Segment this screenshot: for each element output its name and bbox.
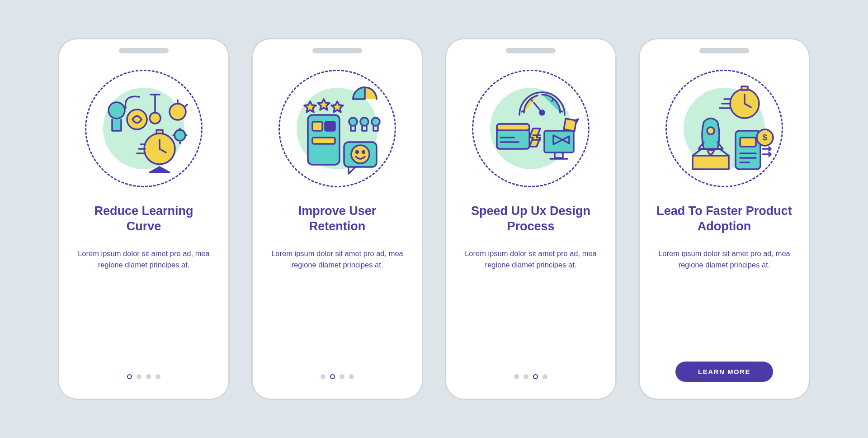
dot[interactable] <box>321 374 326 379</box>
svg-point-17 <box>540 110 544 115</box>
dot-active[interactable] <box>533 374 538 379</box>
rocket-clock-money-launch-icon: $ <box>672 76 776 181</box>
screen-title: Lead To Faster Product Adoption <box>652 204 797 234</box>
phone-mockup-2: Improve User Retention Lorem ipsum dolor… <box>251 38 423 400</box>
svg-point-3 <box>175 130 185 141</box>
pagination-dots <box>321 374 354 379</box>
svg-point-14 <box>351 145 369 163</box>
svg-point-8 <box>372 118 380 126</box>
stars-rating-smile-feedback-icon <box>285 76 389 181</box>
pagination-dots <box>514 374 547 379</box>
onboarding-screens-row: Reduce Learning Curve Lorem ipsum dolor … <box>58 38 810 400</box>
dot-active[interactable] <box>127 374 132 379</box>
illustration-wrap <box>85 70 203 187</box>
gauge-hourglass-process-icon <box>479 76 583 181</box>
svg-point-6 <box>349 118 357 126</box>
learn-more-button[interactable]: LEARN MORE <box>675 362 773 382</box>
svg-rect-5 <box>156 130 163 133</box>
screen-description: Lorem ipsum dolor sit amet pro ad, mea r… <box>652 248 797 362</box>
svg-rect-10 <box>312 122 322 131</box>
notch <box>699 48 749 53</box>
pagination-dots <box>127 374 160 379</box>
svg-rect-12 <box>312 138 335 144</box>
svg-point-15 <box>356 151 359 153</box>
svg-point-0 <box>108 102 125 119</box>
screen-title: Speed Up Ux Design Process <box>458 204 603 234</box>
dot[interactable] <box>156 374 160 379</box>
svg-point-2 <box>170 104 186 120</box>
notch <box>119 48 169 53</box>
screen-description: Lorem ipsum dolor sit amet pro ad, mea r… <box>265 248 410 375</box>
svg-point-25 <box>707 127 714 134</box>
svg-rect-19 <box>497 124 529 130</box>
dot[interactable] <box>514 374 519 379</box>
dot[interactable] <box>524 374 528 379</box>
svg-text:$: $ <box>763 133 767 142</box>
screen-title: Improve User Retention <box>265 204 410 234</box>
dot[interactable] <box>542 374 547 379</box>
screen-description: Lorem ipsum dolor sit amet pro ad, mea r… <box>458 248 603 375</box>
svg-rect-27 <box>740 138 756 147</box>
notch <box>312 48 362 53</box>
dot[interactable] <box>349 374 354 379</box>
illustration-wrap: $ <box>665 70 783 187</box>
notch <box>506 48 556 53</box>
phone-mockup-4: $ Lead To Faster Product Adoption Lorem … <box>638 38 810 400</box>
dot[interactable] <box>137 374 142 379</box>
dot[interactable] <box>146 374 151 379</box>
dot[interactable] <box>340 374 344 379</box>
svg-point-1 <box>127 110 147 129</box>
idea-learning-stopwatch-icon <box>92 76 196 181</box>
svg-rect-24 <box>741 86 748 90</box>
phone-mockup-3: Speed Up Ux Design Process Lorem ipsum d… <box>445 38 617 400</box>
dot-active[interactable] <box>330 374 335 379</box>
screen-description: Lorem ipsum dolor sit amet pro ad, mea r… <box>71 248 216 375</box>
svg-rect-11 <box>325 122 335 131</box>
svg-rect-21 <box>555 152 563 158</box>
illustration-wrap <box>472 70 590 187</box>
svg-point-7 <box>360 118 368 126</box>
screen-title: Reduce Learning Curve <box>71 204 216 234</box>
svg-point-16 <box>363 151 365 153</box>
phone-mockup-1: Reduce Learning Curve Lorem ipsum dolor … <box>58 38 230 400</box>
illustration-wrap <box>278 70 396 187</box>
